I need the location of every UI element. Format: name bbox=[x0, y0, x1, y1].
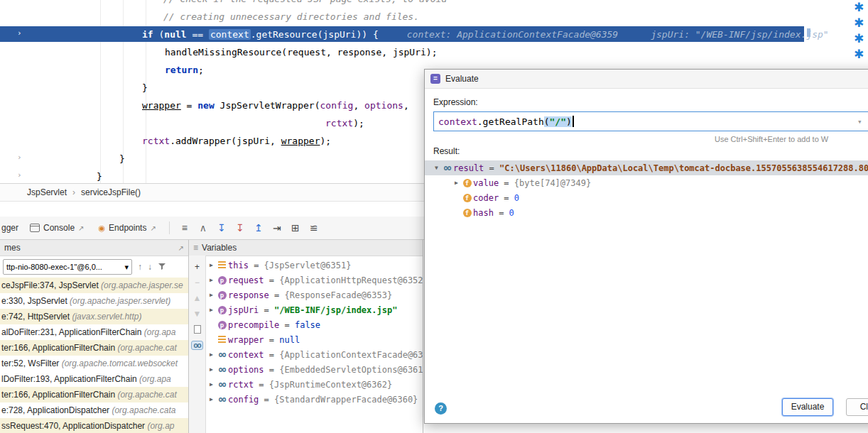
jump-arrow-icon[interactable]: ↗ bbox=[178, 244, 184, 252]
stack-frame[interactable]: e:330, JspServlet (org.apache.jasper.ser… bbox=[0, 293, 188, 309]
variable-value: {byte[74]@7349} bbox=[514, 178, 591, 188]
variable-row[interactable]: ▶oorctxt = {JspRuntimeContext@6362} bbox=[207, 377, 423, 392]
equals-sign: = bbox=[259, 305, 274, 315]
local-variable-icon bbox=[218, 336, 226, 344]
filter-funnel-icon[interactable] bbox=[158, 262, 166, 273]
remove-watch-button[interactable]: − bbox=[195, 278, 200, 287]
previous-frame-button[interactable]: ↑ bbox=[138, 262, 142, 272]
fold-arrow-icon[interactable]: › bbox=[17, 153, 22, 161]
variable-row[interactable]: ▶presponse = {ResponseFacade@6353} bbox=[207, 287, 423, 302]
text-caret bbox=[573, 116, 574, 127]
equals-sign: = bbox=[254, 380, 269, 390]
code-line: // creating unnecessary directories and … bbox=[163, 9, 419, 25]
collapsed-arrow-icon[interactable]: ▶ bbox=[207, 366, 216, 373]
gear-icon[interactable]: ✱ bbox=[854, 48, 864, 61]
run-to-cursor-icon[interactable]: ⇥ bbox=[268, 222, 286, 234]
scrollbar-mark bbox=[807, 28, 810, 37]
equals-sign: = bbox=[259, 395, 274, 405]
variables-list: ▶this = {JspServlet@6351}▶prequest = {Ap… bbox=[207, 258, 423, 407]
stack-frame[interactable]: e:742, HttpServlet (javax.servlet.http) bbox=[0, 309, 188, 324]
copy-value-button[interactable] bbox=[194, 325, 201, 334]
result-child-row[interactable]: ▶fvalue = {byte[74]@7349} bbox=[433, 175, 868, 190]
collapsed-arrow-icon[interactable]: ▶ bbox=[207, 396, 216, 402]
variable-row[interactable]: ▶pjspUri = "/WEB-INF/jsp/index.jsp" bbox=[207, 302, 423, 317]
gear-icon[interactable]: ✱ bbox=[854, 33, 864, 45]
variable-name: options bbox=[228, 365, 264, 375]
variable-row[interactable]: ▶ooconfig = {StandardWrapperFacade@6360} bbox=[207, 392, 423, 407]
step-out-icon[interactable]: ↥ bbox=[249, 222, 268, 234]
collapsed-arrow-icon[interactable]: ▶ bbox=[207, 262, 216, 268]
console-icon bbox=[30, 224, 40, 232]
add-watch-button[interactable]: + bbox=[195, 263, 200, 271]
collapse-all-icon[interactable]: ∧ bbox=[194, 222, 212, 234]
stack-frame[interactable]: ter:166, ApplicationFilterChain (org.apa… bbox=[0, 387, 188, 402]
toolbar-separator bbox=[169, 221, 170, 234]
close-button[interactable]: Close bbox=[846, 398, 868, 416]
collapsed-arrow-icon[interactable]: ▶ bbox=[207, 292, 216, 298]
thread-selector[interactable]: ttp-nio-8080-exec-1"@6,0... ▾ bbox=[3, 259, 132, 275]
variable-name: wrapper bbox=[228, 335, 264, 345]
stack-frame[interactable]: lDoFilter:193, ApplicationFilterChain (o… bbox=[0, 371, 188, 387]
hamburger-menu-icon[interactable]: ≡ bbox=[175, 222, 194, 234]
next-frame-button[interactable]: ↓ bbox=[148, 262, 152, 272]
force-step-over-icon[interactable]: ↧ bbox=[231, 222, 249, 234]
variable-value: 0 bbox=[509, 208, 514, 218]
equals-sign: = bbox=[264, 335, 280, 345]
watches-hint: Use Ctrl+Shift+Enter to add to W bbox=[433, 135, 868, 143]
frames-header-label: mes bbox=[4, 243, 21, 253]
evaluate-dialog-titlebar[interactable]: = Evaluate bbox=[425, 70, 868, 89]
result-row[interactable]: ▼ oo result = "C:\Users\11860\AppData\Lo… bbox=[425, 160, 868, 175]
expanded-arrow-icon[interactable]: ▼ bbox=[432, 165, 441, 171]
breadcrumb-method[interactable]: serviceJspFile() bbox=[81, 187, 141, 197]
step-over-icon[interactable]: ↧ bbox=[212, 222, 231, 234]
equals-sign: = bbox=[279, 320, 295, 330]
variable-row[interactable]: ▶prequest = {ApplicationHttpRequest@6352… bbox=[207, 273, 423, 287]
code-line: } bbox=[97, 169, 102, 183]
fold-arrow-icon[interactable]: › bbox=[17, 171, 22, 179]
evaluate-dialog: = Evaluate Expression: context.getRealPa… bbox=[424, 69, 868, 424]
view-as-table-icon[interactable]: ⊞ bbox=[286, 222, 305, 234]
collapsed-arrow-icon[interactable]: ▶ bbox=[452, 180, 461, 186]
gear-icon[interactable]: ✱ bbox=[854, 1, 864, 14]
result-watch-icon: oo bbox=[443, 164, 450, 172]
variable-row[interactable]: pprecompile = false bbox=[207, 317, 423, 332]
stack-frame[interactable]: e:728, ApplicationDispatcher (org.apache… bbox=[0, 402, 188, 418]
layout-settings-icon[interactable]: ≌ bbox=[305, 222, 323, 234]
show-watches-button[interactable]: oo bbox=[191, 341, 202, 350]
variable-row[interactable]: ▶oocontext = {ApplicationContextFacade@6… bbox=[207, 347, 423, 362]
stack-frame[interactable]: ssRequest:470, ApplicationDispatcher (or… bbox=[0, 418, 188, 433]
collapsed-arrow-icon[interactable]: ▶ bbox=[207, 277, 216, 283]
history-chevron-icon[interactable]: ▾ bbox=[857, 117, 862, 126]
evaluate-button[interactable]: Evaluate bbox=[782, 398, 833, 416]
variable-row[interactable]: ▶oooptions = {EmbeddedServletOptions@636… bbox=[207, 362, 423, 377]
stack-frame[interactable]: alDoFilter:231, ApplicationFilterChain (… bbox=[0, 324, 188, 340]
stack-frame[interactable]: ter:52, WsFilter (org.apache.tomcat.webs… bbox=[0, 356, 188, 371]
inline-debugger-hint: jspUri: "/WEB-INF/jsp/index.jsp" bbox=[651, 29, 828, 40]
ide-screen: // Check if the requested JSP page exist… bbox=[0, 0, 868, 433]
collapsed-arrow-icon[interactable]: ▶ bbox=[207, 307, 216, 313]
stack-frame[interactable]: ter:166, ApplicationFilterChain (org.apa… bbox=[0, 340, 188, 356]
result-value: "C:\Users\11860\AppData\Local\Temp\tomca… bbox=[499, 163, 868, 173]
fold-arrow-icon[interactable]: › bbox=[17, 29, 22, 37]
variable-name: value bbox=[473, 178, 499, 188]
expression-input[interactable]: context.getRealPath("/") ▾ bbox=[433, 111, 868, 131]
tab-endpoints[interactable]: ◉ Endpoints ↗ bbox=[91, 217, 163, 239]
variable-value: {ApplicationHttpRequest@6352} bbox=[279, 275, 423, 285]
stack-frame[interactable]: ceJspFile:374, JspServlet (org.apache.ja… bbox=[0, 278, 188, 293]
variable-row[interactable]: ▶this = {JspServlet@6351} bbox=[207, 258, 423, 273]
breadcrumb-class[interactable]: JspServlet bbox=[27, 187, 67, 197]
field-watch-icon: oo bbox=[218, 395, 225, 403]
result-child-row[interactable]: fcoder = 0 bbox=[433, 190, 868, 205]
move-up-button[interactable]: ▲ bbox=[193, 294, 202, 302]
tab-console[interactable]: Console ↗ bbox=[23, 217, 91, 239]
tab-debugger-partial[interactable]: gger bbox=[0, 223, 23, 233]
gear-icon[interactable]: ✱ bbox=[854, 17, 864, 30]
variable-row[interactable]: wrapper = null bbox=[207, 332, 423, 347]
move-down-button[interactable]: ▼ bbox=[193, 309, 202, 318]
collapsed-arrow-icon[interactable]: ▶ bbox=[207, 351, 216, 358]
collapsed-arrow-icon[interactable]: ▶ bbox=[207, 381, 216, 388]
result-child-row[interactable]: fhash = 0 bbox=[433, 205, 868, 220]
parameter-icon: p bbox=[218, 306, 227, 314]
toolbar-icons: ≡∧↧↧↥⇥⊞≌ bbox=[175, 222, 323, 234]
help-button[interactable]: ? bbox=[435, 402, 447, 415]
